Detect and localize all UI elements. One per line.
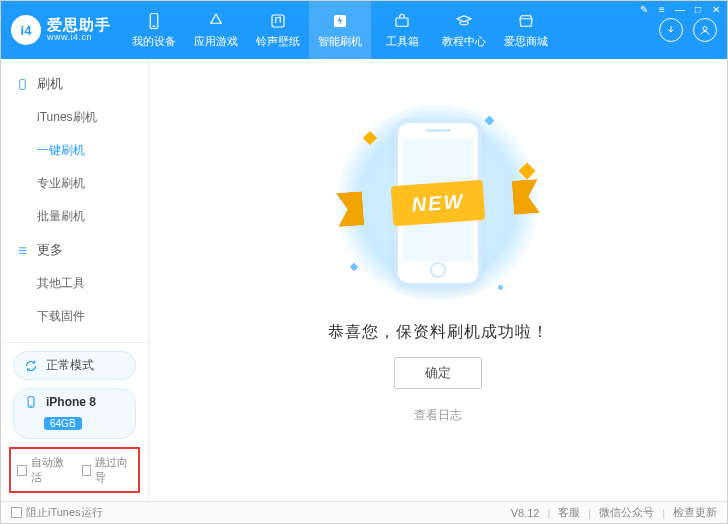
options-highlight-box: 自动激活 跳过向导 bbox=[9, 447, 140, 493]
titlebar: i4 爱思助手 www.i4.cn 我的设备 应用游戏 铃声壁纸 智能刷机 工具… bbox=[1, 1, 727, 59]
toolbox-icon bbox=[393, 12, 411, 30]
user-button[interactable] bbox=[693, 18, 717, 42]
device-mode-pill[interactable]: 正常模式 bbox=[13, 351, 136, 380]
status-bar: 阻止iTunes运行 V8.12 | 客服 | 微信公众号 | 检查更新 bbox=[1, 501, 727, 523]
success-illustration: NEW bbox=[333, 105, 543, 300]
apps-icon bbox=[207, 12, 225, 30]
tab-apps-games[interactable]: 应用游戏 bbox=[185, 1, 247, 59]
tab-label: 爱思商城 bbox=[504, 34, 548, 49]
checkbox-label: 自动激活 bbox=[31, 455, 68, 485]
svg-point-5 bbox=[703, 27, 707, 31]
checkbox-skip-guide[interactable]: 跳过向导 bbox=[82, 455, 133, 485]
brand: i4 爱思助手 www.i4.cn bbox=[1, 1, 123, 59]
tab-label: 应用游戏 bbox=[194, 34, 238, 49]
svg-rect-6 bbox=[19, 79, 24, 89]
svg-rect-2 bbox=[272, 15, 284, 27]
store-icon bbox=[517, 12, 535, 30]
device-mode-label: 正常模式 bbox=[46, 357, 94, 374]
header-tabs: 我的设备 应用游戏 铃声壁纸 智能刷机 工具箱 教程中心 爱思商城 bbox=[123, 1, 659, 59]
checkbox-icon bbox=[11, 507, 22, 518]
sidebar-item-advanced[interactable]: 高级功能 bbox=[1, 333, 148, 342]
checkbox-block-itunes[interactable]: 阻止iTunes运行 bbox=[11, 505, 103, 520]
tab-ringtones-wallpapers[interactable]: 铃声壁纸 bbox=[247, 1, 309, 59]
checkbox-label: 阻止iTunes运行 bbox=[26, 505, 103, 520]
menu-icon[interactable]: ≡ bbox=[654, 2, 670, 16]
sidebar-item-other-tools[interactable]: 其他工具 bbox=[1, 267, 148, 300]
close-button[interactable]: ✕ bbox=[708, 2, 724, 16]
device-info-pill[interactable]: iPhone 8 64GB bbox=[13, 388, 136, 439]
brand-title: 爱思助手 bbox=[47, 17, 111, 34]
download-button[interactable] bbox=[659, 18, 683, 42]
svg-rect-4 bbox=[396, 18, 408, 26]
ok-button[interactable]: 确定 bbox=[394, 357, 482, 389]
sidebar-item-download-firmware[interactable]: 下载固件 bbox=[1, 300, 148, 333]
tab-label: 智能刷机 bbox=[318, 34, 362, 49]
tab-label: 铃声壁纸 bbox=[256, 34, 300, 49]
minimize-button[interactable]: ― bbox=[672, 2, 688, 16]
sidebar-group-title: 刷机 bbox=[37, 75, 63, 93]
checkbox-auto-activate[interactable]: 自动激活 bbox=[17, 455, 68, 485]
device-phone-icon bbox=[24, 395, 38, 409]
tab-smart-flash[interactable]: 智能刷机 bbox=[309, 1, 371, 59]
phone-icon bbox=[145, 12, 163, 30]
storage-badge: 64GB bbox=[44, 417, 82, 430]
sidebar-group-title: 更多 bbox=[37, 241, 63, 259]
tab-label: 教程中心 bbox=[442, 34, 486, 49]
feedback-icon[interactable]: ✎ bbox=[636, 2, 652, 16]
tab-my-device[interactable]: 我的设备 bbox=[123, 1, 185, 59]
sidebar-item-batch-flash[interactable]: 批量刷机 bbox=[1, 200, 148, 233]
brand-subtitle: www.i4.cn bbox=[47, 33, 111, 43]
sidebar-group-more[interactable]: 更多 bbox=[1, 233, 148, 267]
tab-label: 我的设备 bbox=[132, 34, 176, 49]
brand-logo-icon: i4 bbox=[11, 15, 41, 45]
sidebar-item-itunes-flash[interactable]: iTunes刷机 bbox=[1, 101, 148, 134]
maximize-button[interactable]: □ bbox=[690, 2, 706, 16]
ribbon-text: NEW bbox=[390, 179, 485, 225]
wechat-link[interactable]: 微信公众号 bbox=[599, 505, 654, 520]
sidebar-group-flash[interactable]: 刷机 bbox=[1, 67, 148, 101]
checkbox-label: 跳过向导 bbox=[95, 455, 132, 485]
tab-toolbox[interactable]: 工具箱 bbox=[371, 1, 433, 59]
success-message: 恭喜您，保资料刷机成功啦！ bbox=[328, 322, 549, 343]
device-name: iPhone 8 bbox=[46, 395, 96, 409]
tab-label: 工具箱 bbox=[386, 34, 419, 49]
phone-outline-icon bbox=[15, 77, 29, 91]
support-link[interactable]: 客服 bbox=[558, 505, 580, 520]
main-panel: NEW 恭喜您，保资料刷机成功啦！ 确定 查看日志 bbox=[149, 59, 727, 501]
refresh-icon bbox=[24, 359, 38, 373]
sidebar-item-oneclick-flash[interactable]: 一键刷机 bbox=[1, 134, 148, 167]
window-controls: ✎ ≡ ― □ ✕ bbox=[636, 2, 724, 16]
tab-tutorials[interactable]: 教程中心 bbox=[433, 1, 495, 59]
graduation-icon bbox=[455, 12, 473, 30]
menu-lines-icon bbox=[15, 243, 29, 257]
version-text: V8.12 bbox=[511, 507, 540, 519]
sidebar: 刷机 iTunes刷机 一键刷机 专业刷机 批量刷机 更多 其他工具 下载固件 … bbox=[1, 59, 149, 501]
music-icon bbox=[269, 12, 287, 30]
check-update-link[interactable]: 检查更新 bbox=[673, 505, 717, 520]
view-log-link[interactable]: 查看日志 bbox=[414, 407, 462, 424]
checkbox-icon bbox=[17, 465, 27, 476]
checkbox-icon bbox=[82, 465, 92, 476]
tab-store[interactable]: 爱思商城 bbox=[495, 1, 557, 59]
sidebar-item-pro-flash[interactable]: 专业刷机 bbox=[1, 167, 148, 200]
flash-icon bbox=[331, 12, 349, 30]
